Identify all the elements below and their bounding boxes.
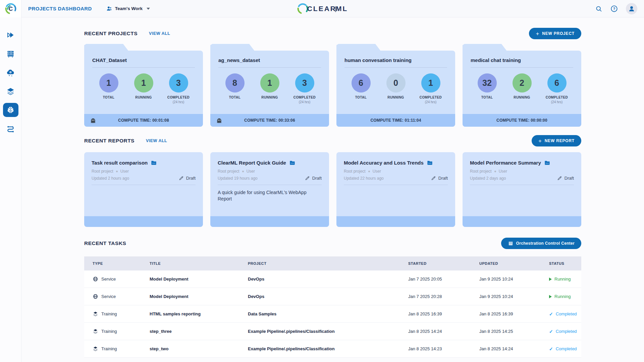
clearml-logo-icon: C bbox=[4, 2, 17, 15]
pencil-icon bbox=[179, 176, 184, 181]
completed-sub-label: (24 hrs) bbox=[551, 100, 562, 104]
reports-view-all-link[interactable]: VIEW ALL bbox=[146, 138, 167, 143]
report-updated: Updated 2 hours ago bbox=[92, 176, 129, 181]
move-to-project-folder-icon[interactable] bbox=[289, 160, 296, 166]
running-circle: 2 bbox=[513, 73, 532, 93]
clearml-logo[interactable]: C bbox=[0, 0, 21, 17]
project-card[interactable]: ag_news_dataset 8 TOTAL 1 RUNNING 3 COMP… bbox=[210, 51, 329, 127]
report-card[interactable]: Task result comparison Root project User… bbox=[84, 152, 203, 227]
compute-time-text: COMPUTE TIME: 00:33:06 bbox=[244, 118, 295, 123]
project-card[interactable]: CHAT_Dataset 1 TOTAL 1 RUNNING 3 COMPLET… bbox=[84, 51, 203, 127]
task-started: Jan 8 2025 14:23 bbox=[408, 346, 479, 351]
sidebar-item-workers[interactable] bbox=[1, 44, 20, 63]
ghost-icon bbox=[90, 117, 97, 124]
recent-projects-title: RECENT PROJECTS bbox=[84, 31, 138, 37]
completed-sub-label: (24 hrs) bbox=[299, 100, 310, 104]
report-card-footer bbox=[84, 216, 203, 227]
plus-icon: + bbox=[538, 138, 542, 144]
divider bbox=[471, 67, 573, 68]
col-title: TITLE bbox=[150, 261, 248, 265]
topbar-actions: ? bbox=[595, 0, 637, 17]
task-status-label: Running bbox=[554, 277, 571, 282]
new-project-button[interactable]: + NEW PROJECT bbox=[529, 28, 581, 39]
task-project: Example Pipeline/.pipelines/Classificati… bbox=[248, 329, 408, 334]
task-status-label: Completed bbox=[556, 311, 577, 316]
svg-text:?: ? bbox=[613, 7, 615, 11]
plus-icon: + bbox=[536, 31, 539, 37]
task-updated: Jan 9 2025 10:24 bbox=[479, 294, 549, 299]
task-row[interactable]: Training step_two Example Pipeline/.pipe… bbox=[84, 340, 581, 358]
recent-reports-title: RECENT REPORTS bbox=[84, 138, 135, 144]
new-report-button[interactable]: + NEW REPORT bbox=[532, 135, 581, 146]
total-circle: 8 bbox=[225, 73, 245, 93]
service-type-icon bbox=[93, 294, 98, 299]
new-project-label: NEW PROJECT bbox=[542, 31, 575, 36]
person-icon bbox=[628, 5, 635, 12]
report-updated: Updated 22 hours ago bbox=[344, 176, 384, 181]
report-title: Model Accuracy and Loss Trends bbox=[344, 160, 424, 166]
task-type-cell: Service bbox=[93, 276, 150, 282]
report-status-label: Draft bbox=[312, 176, 322, 181]
report-card-footer bbox=[210, 216, 329, 227]
help-icon[interactable]: ? bbox=[610, 5, 618, 12]
task-project: DevOps bbox=[248, 294, 408, 299]
running-label: RUNNING bbox=[261, 96, 278, 99]
report-card[interactable]: Model Performance Summary Root project U… bbox=[463, 152, 581, 227]
new-report-label: NEW REPORT bbox=[545, 138, 575, 143]
task-row[interactable]: Training step_three Example Pipeline/.pi… bbox=[84, 323, 581, 340]
report-project: Root project bbox=[344, 169, 366, 174]
task-title: step_two bbox=[150, 346, 248, 351]
projects-view-all-link[interactable]: VIEW ALL bbox=[149, 31, 170, 36]
sidebar-item-datasets[interactable] bbox=[1, 82, 20, 101]
total-circle: 6 bbox=[352, 73, 371, 93]
task-started: Jan 8 2025 14:24 bbox=[408, 329, 479, 334]
task-type-cell: Training bbox=[93, 328, 150, 334]
report-status-label: Draft bbox=[565, 176, 574, 181]
task-row[interactable]: Service Model Deployment DevOps Jan 7 20… bbox=[84, 270, 581, 288]
dot-separator bbox=[242, 171, 244, 172]
task-row[interactable]: Training HTML samples reporting Data Sam… bbox=[84, 305, 581, 323]
running-circle: 1 bbox=[260, 73, 279, 93]
report-status-label: Draft bbox=[186, 176, 196, 181]
report-card[interactable]: ClearML Report Quick Guide Root project … bbox=[210, 152, 329, 227]
completed-check-icon: ✓ bbox=[549, 329, 553, 334]
sidebar-item-overview[interactable] bbox=[1, 25, 20, 44]
col-project: PROJECT bbox=[248, 261, 408, 265]
cloud-autoscaler-icon bbox=[6, 68, 15, 77]
divider bbox=[218, 67, 321, 68]
task-project: Data Samples bbox=[248, 311, 408, 316]
running-circle: 0 bbox=[386, 73, 406, 93]
sidebar-item-autoscaler[interactable] bbox=[1, 63, 20, 82]
project-card[interactable]: human convesation training 6 TOTAL 0 RUN… bbox=[336, 51, 455, 127]
report-card[interactable]: Model Accuracy and Loss Trends Root proj… bbox=[336, 152, 455, 227]
orchestration-control-center-button[interactable]: Orchestration Control Center bbox=[501, 238, 581, 249]
workspace-selector[interactable]: Team's Work bbox=[106, 5, 150, 12]
clearml-wordmark: CLEAR | ML bbox=[296, 2, 348, 15]
report-title: ClearML Report Quick Guide bbox=[218, 160, 286, 166]
divider bbox=[92, 67, 195, 68]
project-name: ag_news_dataset bbox=[218, 57, 321, 63]
double-chevron-icon bbox=[6, 31, 15, 40]
running-label: RUNNING bbox=[514, 96, 530, 99]
task-row[interactable]: Service Model Deployment DevOps Jan 7 20… bbox=[84, 288, 581, 305]
task-title: HTML samples reporting bbox=[150, 311, 248, 316]
wordmark-clear: CLEAR bbox=[307, 5, 336, 13]
move-to-project-folder-icon[interactable] bbox=[544, 160, 550, 166]
task-type-label: Training bbox=[101, 329, 117, 334]
move-to-project-folder-icon[interactable] bbox=[151, 160, 157, 166]
project-card[interactable]: medical chat training 32 TOTAL 2 RUNNING… bbox=[463, 51, 581, 127]
task-title: step_three bbox=[150, 329, 248, 334]
sidebar-item-dashboard-active[interactable] bbox=[1, 101, 20, 119]
svg-text:C: C bbox=[8, 6, 12, 12]
profile-avatar[interactable] bbox=[626, 3, 637, 14]
sidebar-item-pipelines[interactable] bbox=[1, 119, 20, 138]
task-updated: Jan 8 2025 14:25 bbox=[479, 329, 549, 334]
search-icon[interactable] bbox=[595, 5, 602, 12]
col-updated: UPDATED bbox=[479, 261, 549, 265]
report-description: A quick guide for using ClearML's WebApp… bbox=[218, 189, 322, 202]
running-play-icon bbox=[549, 278, 552, 281]
move-to-project-folder-icon[interactable] bbox=[427, 160, 433, 166]
divider bbox=[218, 185, 322, 185]
report-title: Model Performance Summary bbox=[470, 160, 541, 166]
dot-separator bbox=[494, 171, 496, 172]
